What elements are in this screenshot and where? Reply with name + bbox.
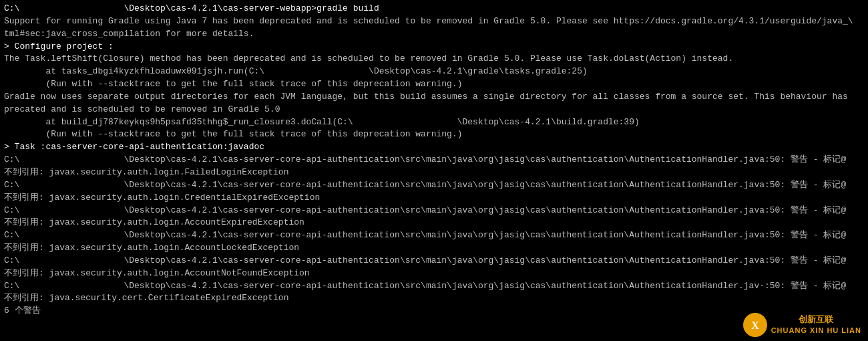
terminal-line-7: (Run with --stacktrace to get the full s… (4, 78, 864, 91)
terminal-line-6: at tasks_dbgi4kyzkfhloaduwx091jsjh.run(C… (4, 66, 864, 78)
watermark-icon: X (743, 313, 767, 337)
svg-text:X: X (751, 320, 759, 331)
terminal-line-16: C:\ \Desktop\cas-4.2.1\cas-server-core-a… (4, 179, 864, 192)
terminal-line-19: 不到引用: javax.security.auth.login.AccountE… (4, 217, 864, 229)
terminal-line-11: (Run with --stacktrace to get the full s… (4, 128, 864, 141)
terminal-output: C:\ \Desktop\cas-4.2.1\cas-server-webapp… (4, 3, 864, 318)
terminal-line-9: precated and is scheduled to be removed … (4, 104, 864, 116)
terminal-line-1: Support for running Gradle using Java 7 … (4, 15, 864, 28)
watermark: X 创新互联 CHUANG XIN HU LIAN (743, 313, 861, 337)
terminal-line-15: 不到引用: javax.security.auth.login.FailedLo… (4, 166, 864, 179)
terminal-line-26: 6 个警告 (4, 305, 864, 318)
terminal-line-25: 不到引用: java.security.cert.CertificateExpi… (4, 292, 864, 305)
terminal-line-10: at build_dj787keykqs9h5psafd35thhg$_run_… (4, 116, 864, 129)
terminal-line-21: 不到引用: javax.security.auth.login.AccountL… (4, 242, 864, 255)
terminal-line-13: > Task :cas-server-core-api-authenticati… (4, 141, 864, 154)
terminal-line-0: C:\ \Desktop\cas-4.2.1\cas-server-webapp… (4, 3, 864, 15)
terminal-line-8: Gradle now uses separate output director… (4, 91, 864, 104)
terminal-line-20: C:\ \Desktop\cas-4.2.1\cas-server-core-a… (4, 229, 864, 242)
terminal-line-24: C:\ \Desktop\cas-4.2.1\cas-server-core-a… (4, 280, 864, 293)
watermark-text-block: 创新互联 CHUANG XIN HU LIAN (771, 314, 861, 335)
terminal-line-18: C:\ \Desktop\cas-4.2.1\cas-server-core-a… (4, 205, 864, 217)
watermark-top-text: 创新互联 (771, 314, 861, 326)
terminal-line-4: > Configure project : (4, 41, 864, 53)
terminal-line-22: C:\ \Desktop\cas-4.2.1\cas-server-core-a… (4, 255, 864, 267)
terminal-window: C:\ \Desktop\cas-4.2.1\cas-server-webapp… (0, 0, 868, 341)
terminal-line-23: 不到引用: javax.security.auth.login.AccountN… (4, 267, 864, 280)
terminal-line-14: C:\ \Desktop\cas-4.2.1\cas-server-core-a… (4, 154, 864, 166)
terminal-line-2: tml#sec:java_cross_compilation for more … (4, 28, 864, 41)
terminal-line-17: 不到引用: javax.security.auth.login.Credenti… (4, 192, 864, 205)
watermark-bottom-text: CHUANG XIN HU LIAN (771, 326, 861, 335)
terminal-line-5: The Task.leftShift(Closure) method has b… (4, 53, 864, 66)
